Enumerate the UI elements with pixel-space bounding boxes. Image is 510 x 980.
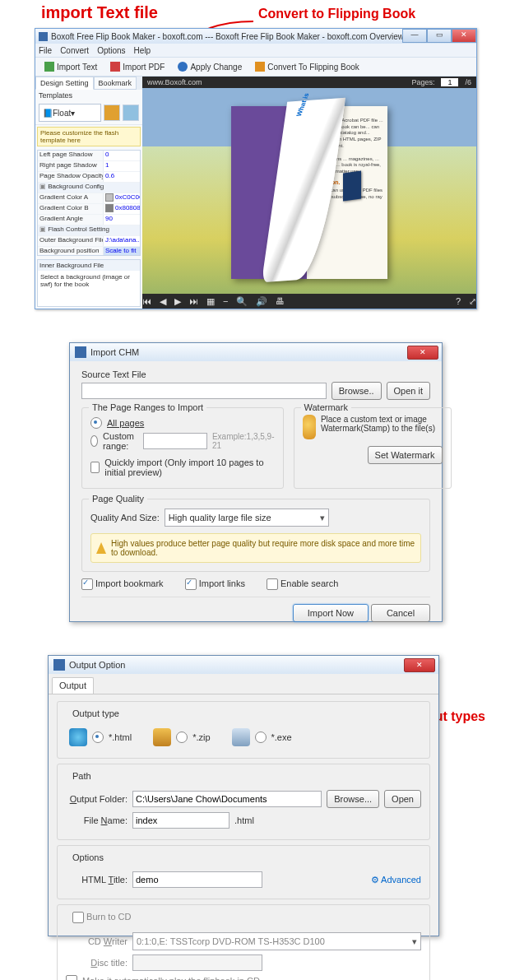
zoom-in-icon[interactable]: 🔍 bbox=[236, 296, 248, 307]
property-row[interactable]: Gradient Color A0xC0C0C0 bbox=[38, 193, 140, 204]
properties-grid[interactable]: Left page Shadow0Right page Shadow1Page … bbox=[37, 150, 141, 256]
window-title: Boxoft Free Flip Book Maker - boxoft.com… bbox=[51, 32, 410, 41]
burn-to-cd-checkbox[interactable] bbox=[72, 912, 84, 923]
radio-html[interactable] bbox=[92, 732, 104, 743]
example-text: Example:1,3,5,9-21 bbox=[212, 432, 275, 450]
app-icon bbox=[39, 32, 48, 41]
dialog3-close-button[interactable]: ✕ bbox=[404, 658, 435, 672]
watermark-group: Watermark Place a custom text or image W… bbox=[294, 407, 452, 489]
quality-size-select[interactable]: High quality large file size bbox=[165, 509, 329, 527]
watermark-text: Place a custom text or image Watermark(S… bbox=[321, 415, 443, 433]
template-refresh-button[interactable] bbox=[123, 105, 139, 121]
property-row[interactable]: Left page Shadow0 bbox=[38, 151, 140, 161]
tab-bookmark[interactable]: Bookmark bbox=[94, 77, 137, 90]
import-pdf-button[interactable]: Import PDF bbox=[104, 59, 170, 74]
cancel-button[interactable]: Cancel bbox=[371, 604, 430, 622]
custom-range-input[interactable] bbox=[143, 433, 207, 449]
quick-import-label: Quickly import (Only import 10 pages to … bbox=[104, 457, 274, 477]
path-group: Path Output Folder:Browse...Open File Na… bbox=[57, 764, 430, 840]
property-row[interactable]: Right page Shadow1 bbox=[38, 161, 140, 172]
radio-zip[interactable] bbox=[176, 732, 188, 743]
source-file-input[interactable] bbox=[81, 383, 327, 399]
output-type-title: Output type bbox=[69, 708, 123, 718]
page-quality-group: Page Quality Quality And Size: High qual… bbox=[81, 499, 430, 572]
dialog3-titlebar: Output Option ✕ bbox=[49, 656, 438, 674]
import-text-button[interactable]: Import Text bbox=[39, 59, 103, 74]
output-folder-label: Output Folder: bbox=[66, 794, 128, 804]
html-title-label: HTML Title: bbox=[66, 875, 128, 885]
minimize-button[interactable]: — bbox=[402, 29, 427, 43]
menu-bar: File Convert Options Help bbox=[35, 44, 476, 57]
template-select[interactable]: 📘 Float ▾ bbox=[39, 104, 101, 122]
zip-icon bbox=[153, 728, 171, 746]
output-type-group: Output type *.html *.zip *.exe bbox=[57, 701, 430, 759]
convert-icon bbox=[255, 62, 265, 72]
fullscreen-icon[interactable]: ⤢ bbox=[469, 296, 476, 307]
template-folder-button[interactable] bbox=[104, 105, 120, 121]
last-page-icon[interactable]: ⏭ bbox=[189, 296, 198, 306]
convert-to-flipping-book-button[interactable]: Convert To Flipping Book bbox=[249, 59, 365, 74]
help-icon[interactable]: ? bbox=[456, 296, 461, 306]
zip-label: *.zip bbox=[192, 732, 210, 742]
file-name-label: File Name: bbox=[66, 815, 128, 825]
menu-convert[interactable]: Convert bbox=[60, 46, 89, 55]
auto-play-label: Make it automatically play the flipbook … bbox=[82, 976, 260, 980]
page-quality-title: Page Quality bbox=[89, 494, 147, 504]
property-row[interactable]: Gradient Color B0x808080 bbox=[38, 204, 140, 215]
menu-options[interactable]: Options bbox=[97, 46, 125, 55]
property-description: Inner Background File Select a backgroun… bbox=[37, 259, 141, 307]
print-icon[interactable]: 🖶 bbox=[276, 296, 285, 306]
pages-current[interactable]: 1 bbox=[441, 78, 458, 86]
page-ranges-title: The Page Ranges to Import bbox=[89, 402, 206, 412]
radio-exe[interactable] bbox=[255, 732, 267, 743]
open-folder-button[interactable]: Open bbox=[384, 790, 421, 808]
prev-page-icon[interactable]: ◀ bbox=[160, 296, 166, 307]
property-row[interactable]: Page Shadow Opacity0.6 bbox=[38, 172, 140, 183]
property-row[interactable]: Gradient Angle90 bbox=[38, 215, 140, 225]
zoom-out-icon[interactable]: − bbox=[223, 296, 228, 306]
next-page-icon[interactable]: ▶ bbox=[174, 296, 181, 307]
radio-all-pages[interactable] bbox=[90, 417, 102, 429]
sound-icon[interactable]: 🔊 bbox=[256, 296, 267, 307]
maximize-button[interactable]: ▭ bbox=[427, 29, 452, 43]
html-title-input[interactable] bbox=[132, 871, 262, 888]
property-row[interactable]: Outer Background FileJ:\ada\ana... bbox=[38, 236, 140, 247]
flipbook[interactable]: book in Flip PDF is ... Acrobat PDF file… bbox=[231, 106, 387, 279]
thumbnails-icon[interactable]: ▦ bbox=[206, 296, 215, 307]
browse-folder-button[interactable]: Browse... bbox=[327, 790, 379, 808]
preview-area: www.Boxoft.com Pages: 1 /6 book in Flip … bbox=[142, 77, 476, 309]
enable-search-checkbox[interactable] bbox=[267, 578, 278, 590]
property-desc-text: Select a background (image or swf) for t… bbox=[40, 273, 130, 288]
first-page-icon[interactable]: ⏮ bbox=[142, 296, 151, 306]
property-row[interactable]: Background Config bbox=[38, 183, 140, 193]
open-it-button[interactable]: Open it bbox=[387, 382, 430, 400]
import-links-checkbox[interactable] bbox=[185, 578, 197, 590]
import-now-button[interactable]: Import Now bbox=[293, 604, 369, 622]
side-panel: Design Setting Bookmark Templates 📘 Floa… bbox=[35, 77, 142, 309]
advanced-link[interactable]: ⚙ Advanced bbox=[371, 875, 421, 885]
file-name-input[interactable] bbox=[132, 812, 230, 829]
dialog-close-button[interactable]: ✕ bbox=[407, 346, 438, 360]
browse-button[interactable]: Browse.. bbox=[332, 382, 382, 400]
dialog3-icon bbox=[53, 659, 65, 671]
anno-convert-flip: Convert to Flipping Book bbox=[258, 7, 415, 21]
import-bookmark-checkbox[interactable] bbox=[81, 578, 93, 590]
html-icon bbox=[69, 728, 87, 746]
close-button[interactable]: ✕ bbox=[452, 29, 476, 43]
import-pdf-icon bbox=[110, 62, 120, 72]
import-bookmark-label: Import bookmark bbox=[95, 578, 164, 588]
set-watermark-button[interactable]: Set Watermark bbox=[368, 446, 443, 464]
apply-change-button[interactable]: Apply Change bbox=[172, 59, 248, 74]
property-row[interactable]: Flash Control Setting bbox=[38, 225, 140, 236]
quick-import-checkbox[interactable] bbox=[90, 462, 100, 473]
menu-help[interactable]: Help bbox=[134, 46, 151, 55]
output-folder-input[interactable] bbox=[132, 791, 322, 807]
tab-output[interactable]: Output bbox=[52, 677, 94, 694]
import-links-label: Import links bbox=[199, 578, 245, 588]
tab-design-setting[interactable]: Design Setting bbox=[35, 77, 94, 90]
property-row[interactable]: Background positionScale to fit bbox=[38, 247, 140, 256]
anno-import-text: import Text file bbox=[41, 3, 158, 22]
menu-file[interactable]: File bbox=[39, 46, 52, 55]
radio-custom-range[interactable] bbox=[90, 435, 98, 447]
file-ext: .html bbox=[234, 815, 254, 825]
